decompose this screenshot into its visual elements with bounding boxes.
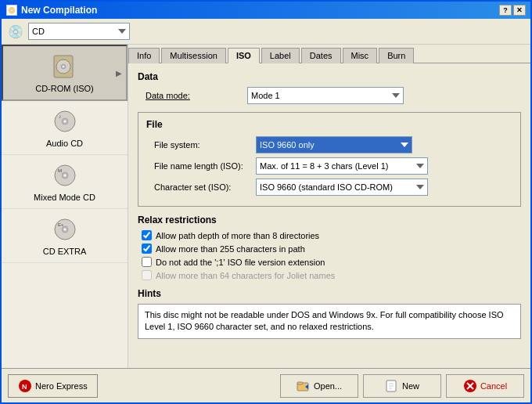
tab-label[interactable]: Label — [261, 48, 300, 63]
checkbox-version-ext-input[interactable] — [142, 257, 152, 267]
checkbox-joliet-names-label: Allow more than 64 characters for Joliet… — [156, 271, 335, 280]
title-bar: 📀 New Compilation ? ✕ — [2, 2, 530, 19]
file-section: File File system: ISO 9660 only ISO 9660… — [138, 112, 521, 207]
iso-tab-content: Data Data mode: Mode 1 Mode 2 File — [128, 63, 530, 368]
tab-misc[interactable]: Misc — [343, 48, 378, 63]
new-icon — [385, 379, 399, 393]
tabs: Info Multisession ISO Label Dates — [128, 45, 530, 63]
main-window: 📀 New Compilation ? ✕ 💿 CD DVD Blu-ray — [0, 0, 532, 404]
title-bar-buttons: ? ✕ — [499, 5, 526, 16]
hints-header: Hints — [138, 288, 521, 299]
file-section-header: File — [146, 119, 512, 130]
svg-text:E+: E+ — [58, 222, 64, 227]
tab-iso[interactable]: ISO — [228, 48, 260, 63]
window-icon: 📀 — [6, 5, 17, 16]
cd-extra-label: CD EXTRA — [43, 247, 87, 256]
file-system-dropdown[interactable]: ISO 9660 only ISO 9660 + Joliet ISO 9660… — [256, 136, 412, 153]
file-name-length-dropdown[interactable]: Max. of 11 = 8 + 3 chars (Level 1) Max. … — [256, 157, 428, 175]
window-title: New Compilation — [21, 5, 97, 16]
checkbox-chars-255: Allow more than 255 characters in path — [138, 243, 521, 254]
data-section: Data Data mode: Mode 1 Mode 2 — [138, 71, 521, 104]
cancel-label: Cancel — [480, 381, 507, 391]
character-set-row: Character set (ISO): ISO 9660 (standard … — [146, 179, 512, 196]
top-bar: 💿 CD DVD Blu-ray — [2, 19, 530, 45]
tab-burn[interactable]: Burn — [379, 48, 414, 63]
data-mode-row: Data mode: Mode 1 Mode 2 — [138, 87, 521, 104]
cdrom-iso-arrow: ▶ — [116, 69, 122, 78]
tab-multisession[interactable]: Multisession — [161, 48, 226, 63]
file-system-label: File system: — [154, 140, 256, 150]
right-panel: Info Multisession ISO Label Dates — [128, 45, 530, 368]
svg-text:N: N — [22, 383, 27, 391]
close-button[interactable]: ✕ — [513, 5, 526, 16]
cd-small-icon: 💿 — [8, 24, 23, 39]
help-button[interactable]: ? — [499, 5, 512, 16]
tab-info[interactable]: Info — [128, 48, 160, 63]
checkbox-chars-255-label: Allow more than 255 characters in path — [156, 244, 305, 254]
character-set-dropdown[interactable]: ISO 9660 (standard ISO CD-ROM) ASCII DOS — [256, 179, 428, 196]
open-label: Open... — [314, 381, 342, 391]
checkbox-path-depth: Allow path depth of more than 8 director… — [138, 230, 521, 240]
svg-point-10 — [63, 175, 66, 177]
file-name-length-label: File name length (ISO): — [154, 161, 256, 171]
sidebar-item-mixed-mode[interactable]: M Mixed Mode CD — [2, 155, 128, 209]
new-button[interactable]: New — [363, 374, 441, 398]
checkbox-path-depth-label: Allow path depth of more than 8 director… — [156, 231, 319, 240]
cancel-icon — [463, 379, 477, 393]
checkbox-joliet-names: Allow more than 64 characters for Joliet… — [138, 270, 521, 280]
audio-cd-label: Audio CD — [46, 139, 83, 148]
sidebar: CD-ROM (ISO) ▶ ♪ Au — [2, 45, 128, 368]
hints-text: This disc might not be readable under DO… — [138, 304, 521, 339]
relax-section-header: Relax restrictions — [138, 215, 521, 225]
mixed-mode-label: Mixed Mode CD — [34, 193, 95, 202]
character-set-label: Character set (ISO): — [154, 182, 256, 192]
sidebar-item-audio-cd[interactable]: ♪ Audio CD — [2, 101, 128, 155]
file-name-length-row: File name length (ISO): Max. of 11 = 8 +… — [146, 157, 512, 175]
hints-section: Hints This disc might not be readable un… — [138, 288, 521, 339]
audio-cd-icon: ♪ — [51, 107, 79, 135]
relax-section: Relax restrictions Allow path depth of m… — [138, 215, 521, 280]
open-icon — [297, 379, 311, 393]
cdrom-iso-icon — [51, 52, 79, 81]
checkbox-path-depth-input[interactable] — [142, 230, 152, 240]
checkbox-version-ext: Do not add the ';1' ISO file version ext… — [138, 257, 521, 267]
cdrom-iso-label: CD-ROM (ISO) — [35, 84, 94, 93]
svg-text:M: M — [58, 168, 62, 173]
checkbox-joliet-names-input — [142, 270, 152, 280]
tab-dates[interactable]: Dates — [301, 48, 341, 63]
checkbox-version-ext-label: Do not add the ';1' ISO file version ext… — [156, 258, 325, 267]
footer: N Nero Express Open... — [2, 368, 530, 402]
data-mode-label: Data mode: — [146, 91, 247, 100]
cancel-button[interactable]: Cancel — [446, 374, 524, 398]
sidebar-item-cd-extra[interactable]: E+ CD EXTRA — [2, 209, 128, 263]
data-section-header: Data — [138, 71, 521, 82]
main-content: CD-ROM (ISO) ▶ ♪ Au — [2, 45, 530, 368]
new-label: New — [402, 381, 419, 391]
cd-extra-icon: E+ — [51, 215, 79, 243]
sidebar-scroll: CD-ROM (ISO) ▶ ♪ Au — [2, 45, 128, 368]
nero-express-label: Nero Express — [35, 381, 88, 391]
mixed-mode-icon: M — [51, 161, 79, 189]
open-button[interactable]: Open... — [280, 374, 358, 398]
checkbox-chars-255-input[interactable] — [142, 243, 152, 254]
sidebar-item-cdrom-iso[interactable]: CD-ROM (ISO) ▶ — [2, 45, 128, 101]
nero-express-icon: N — [18, 379, 32, 393]
nero-express-button[interactable]: N Nero Express — [8, 374, 98, 398]
window-body: 💿 CD DVD Blu-ray — [2, 19, 530, 402]
svg-point-14 — [63, 229, 66, 231]
svg-point-6 — [63, 121, 66, 123]
svg-rect-19 — [297, 382, 303, 384]
title-bar-left: 📀 New Compilation — [6, 5, 97, 16]
data-mode-dropdown[interactable]: Mode 1 Mode 2 — [247, 87, 404, 104]
svg-text:♪: ♪ — [59, 114, 62, 119]
svg-point-3 — [63, 66, 64, 67]
disc-type-dropdown[interactable]: CD DVD Blu-ray — [28, 23, 130, 40]
file-system-row: File system: ISO 9660 only ISO 9660 + Jo… — [146, 136, 512, 153]
